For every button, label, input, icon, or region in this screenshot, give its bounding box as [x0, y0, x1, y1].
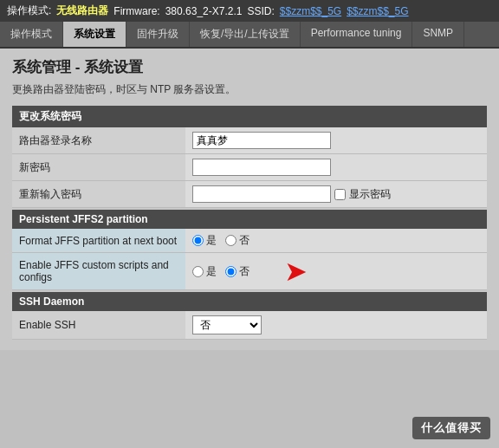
- format-jffs-value: 是 否: [185, 229, 487, 253]
- enable-jffs-yes-label: 是: [206, 264, 217, 279]
- enable-jffs-no[interactable]: 否: [225, 264, 250, 279]
- format-jffs-no-radio[interactable]: [225, 235, 237, 246]
- firmware-value: 380.63_2-X7.2.1: [165, 5, 243, 17]
- enable-jffs-no-label: 否: [239, 264, 250, 279]
- page-subtitle: 更换路由器登陆密码，时区与 NTP 服务器设置。: [12, 82, 487, 97]
- top-bar: 操作模式: 无线路由器 Firmware: 380.63_2-X7.2.1 SS…: [0, 0, 499, 22]
- nav-tabs: 操作模式 系统设置 固件升级 恢复/导出/上传设置 Performance tu…: [0, 22, 499, 49]
- tab-caozuomoshi[interactable]: 操作模式: [0, 22, 63, 47]
- jffs-form: Format JFFS partition at next boot 是 否 E…: [12, 229, 487, 290]
- red-arrow-icon: ➤: [284, 257, 308, 285]
- enable-jffs-label: Enable JFFS custom scripts and configs: [12, 253, 185, 290]
- mode-value: 无线路由器: [56, 3, 108, 18]
- new-password-input[interactable]: [192, 159, 331, 176]
- confirm-password-label: 重新输入密码: [12, 181, 185, 208]
- format-jffs-label: Format JFFS partition at next boot: [12, 229, 185, 253]
- tab-firmware[interactable]: 固件升级: [126, 22, 190, 47]
- tab-xitongshezhi[interactable]: 系统设置: [63, 22, 126, 47]
- tab-snmp[interactable]: SNMP: [412, 22, 464, 47]
- enable-ssh-label: Enable SSH: [12, 311, 185, 340]
- password-section-header: 更改系统密码: [12, 106, 487, 127]
- router-login-label: 路由器登录名称: [12, 127, 185, 154]
- table-row: Format JFFS partition at next boot 是 否: [12, 229, 487, 253]
- enable-jffs-no-radio[interactable]: [225, 266, 237, 277]
- password-form: 路由器登录名称 新密码 重新输入密码 显示密码: [12, 127, 487, 208]
- show-password-label: 显示密码: [349, 187, 391, 202]
- ssid-value1[interactable]: $$zzm$$_5G: [280, 5, 341, 17]
- table-row: Enable SSH 否 是: [12, 311, 487, 340]
- ssid-label: SSID:: [247, 5, 274, 17]
- format-jffs-no[interactable]: 否: [225, 233, 250, 248]
- table-row: 新密码: [12, 154, 487, 181]
- mode-label: 操作模式:: [7, 3, 51, 18]
- format-jffs-yes-radio[interactable]: [192, 235, 204, 246]
- page-title: 系统管理 - 系统设置: [12, 57, 487, 77]
- tab-huifu[interactable]: 恢复/导出/上传设置: [190, 22, 301, 47]
- jffs-section-header: Persistent JFFS2 partition: [12, 210, 487, 229]
- watermark: 什么值得买: [412, 417, 490, 439]
- show-password-checkbox[interactable]: [334, 189, 346, 200]
- confirm-password-input[interactable]: [192, 185, 331, 203]
- enable-jffs-value: 是 否 ➤: [185, 253, 487, 290]
- table-row: 路由器登录名称: [12, 127, 487, 154]
- table-row: 重新输入密码 显示密码: [12, 181, 487, 208]
- confirm-password-value: 显示密码: [185, 181, 487, 208]
- format-jffs-no-label: 否: [239, 233, 250, 248]
- format-jffs-yes-label: 是: [206, 233, 217, 248]
- ssid-value2[interactable]: $$zzm$$_5G: [347, 5, 408, 17]
- main-content: 系统管理 - 系统设置 更换路由器登陆密码，时区与 NTP 服务器设置。 更改系…: [0, 49, 499, 350]
- ssh-form: Enable SSH 否 是: [12, 311, 487, 340]
- enable-jffs-yes-radio[interactable]: [192, 266, 204, 277]
- enable-jffs-yes[interactable]: 是: [192, 264, 217, 279]
- firmware-label: Firmware:: [113, 5, 159, 17]
- router-login-input[interactable]: [192, 132, 331, 149]
- router-login-value: [185, 127, 487, 154]
- table-row: Enable JFFS custom scripts and configs 是…: [12, 253, 487, 290]
- enable-ssh-value: 否 是: [185, 311, 487, 340]
- enable-ssh-select[interactable]: 否 是: [192, 315, 262, 334]
- format-jffs-yes[interactable]: 是: [192, 233, 217, 248]
- ssh-section-header: SSH Daemon: [12, 292, 487, 311]
- new-password-label: 新密码: [12, 154, 185, 181]
- tab-performance[interactable]: Performance tuning: [301, 22, 413, 47]
- new-password-value: [185, 154, 487, 181]
